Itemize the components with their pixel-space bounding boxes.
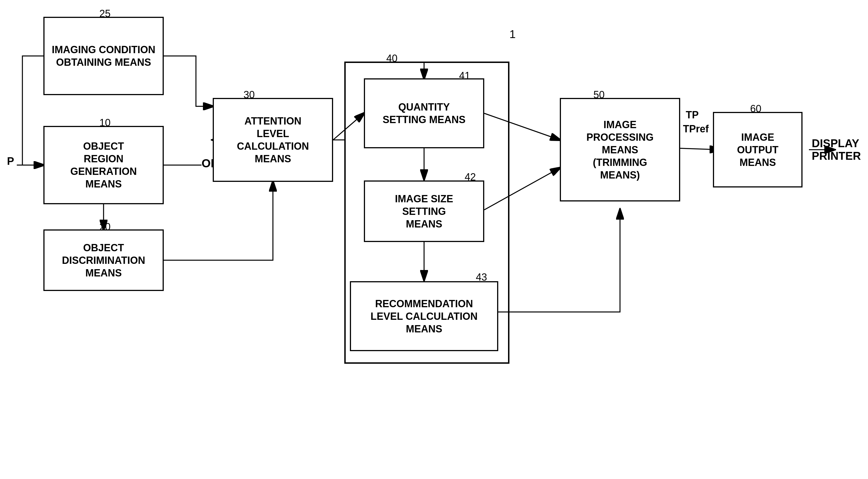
box-imaging-condition: IMAGING CONDITION OBTAINING MEANS bbox=[43, 17, 164, 95]
box-recommendation-level: RECOMMENDATIONLEVEL CALCULATIONMEANS bbox=[350, 281, 498, 351]
box-image-processing: IMAGEPROCESSINGMEANS(TRIMMINGMEANS) bbox=[560, 98, 680, 201]
label-display-printer: DISPLAYPRINTER bbox=[812, 137, 861, 162]
diagram: 25 IMAGING CONDITION OBTAINING MEANS 10 … bbox=[0, 0, 868, 479]
label-1: 1 bbox=[509, 28, 516, 40]
box-object-discrimination: OBJECTDISCRIMINATIONMEANS bbox=[43, 229, 164, 291]
label-TPref: TPref bbox=[683, 123, 709, 135]
label-P: P bbox=[7, 155, 14, 167]
box-object-region: OBJECTREGIONGENERATIONMEANS bbox=[43, 126, 164, 204]
label-TP: TP bbox=[686, 109, 699, 121]
box-quantity-setting: QUANTITYSETTING MEANS bbox=[364, 78, 484, 148]
label-40: 40 bbox=[386, 53, 398, 64]
box-attention-level: ATTENTIONLEVELCALCULATIONMEANS bbox=[213, 98, 333, 182]
box-image-output: IMAGEOUTPUTMEANS bbox=[713, 112, 803, 188]
box-image-size-setting: IMAGE SIZESETTINGMEANS bbox=[364, 181, 484, 242]
